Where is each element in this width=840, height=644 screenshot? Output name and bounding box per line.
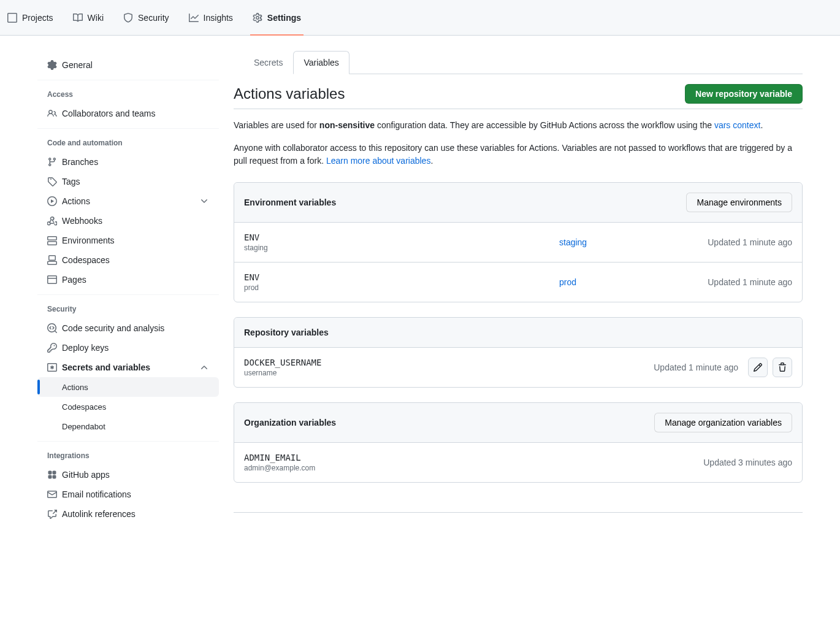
webhook-icon xyxy=(47,216,57,226)
variable-value: staging xyxy=(244,243,559,252)
sidebar-pages[interactable]: Pages xyxy=(37,270,219,289)
sidebar-access-heading: Access xyxy=(37,85,219,104)
nav-security-label: Security xyxy=(138,13,169,23)
nav-insights-label: Insights xyxy=(204,13,233,23)
repo-topnav: Projects Wiki Security Insights Settings xyxy=(0,0,840,36)
sidebar-deploy-keys[interactable]: Deploy keys xyxy=(37,338,219,358)
secrets-variables-tabs: Secrets Variables xyxy=(243,50,803,74)
repo-panel-title: Repository variables xyxy=(244,328,329,337)
sidebar-autolink-label: Autolink references xyxy=(62,509,136,519)
sidebar-sub-codespaces[interactable]: Codespaces xyxy=(37,397,219,416)
sidebar-code-heading: Code and automation xyxy=(37,134,219,152)
sidebar-collaborators[interactable]: Collaborators and teams xyxy=(37,104,219,123)
manage-org-variables-button[interactable]: Manage organization variables xyxy=(654,413,792,432)
pencil-icon xyxy=(753,362,763,372)
repository-variables-panel: Repository variables DOCKER_USERNAME use… xyxy=(234,317,803,388)
desc-p2b: . xyxy=(430,156,433,166)
environment-link[interactable]: prod xyxy=(559,277,576,287)
server-icon xyxy=(47,236,57,245)
vars-context-link[interactable]: vars context xyxy=(714,120,760,130)
desc-p1a: Variables are used for xyxy=(234,120,319,130)
nav-settings[interactable]: Settings xyxy=(245,0,308,35)
nav-wiki-label: Wiki xyxy=(88,13,104,23)
sidebar-webhooks-label: Webhooks xyxy=(62,216,102,226)
gear-icon xyxy=(253,13,262,23)
variable-name: ADMIN_EMAIL xyxy=(244,453,518,462)
organization-variables-panel: Organization variables Manage organizati… xyxy=(234,402,803,483)
edit-variable-button[interactable] xyxy=(748,358,768,377)
sidebar-collaborators-label: Collaborators and teams xyxy=(62,109,156,118)
environment-variables-panel: Environment variables Manage environment… xyxy=(234,182,803,302)
sidebar-pages-label: Pages xyxy=(62,275,86,285)
sidebar-email-notifications-label: Email notifications xyxy=(62,489,131,499)
sidebar-deploy-keys-label: Deploy keys xyxy=(62,343,109,353)
env-panel-title: Environment variables xyxy=(244,197,336,207)
sidebar-autolink[interactable]: Autolink references xyxy=(37,504,219,524)
browser-icon xyxy=(47,275,57,285)
sidebar-general-label: General xyxy=(62,60,93,70)
sidebar-secrets-variables-label: Secrets and variables xyxy=(62,362,150,372)
sidebar-actions-label: Actions xyxy=(62,196,90,206)
variable-updated: Updated 1 minute ago xyxy=(670,277,792,287)
sidebar-actions[interactable]: Actions xyxy=(37,191,219,211)
variable-value: admin@example.com xyxy=(244,464,518,472)
desc-p2a: Anyone with collaborator access to this … xyxy=(234,143,792,166)
env-variable-row: ENV staging staging Updated 1 minute ago xyxy=(234,223,802,263)
repo-variable-row: DOCKER_USERNAME username Updated 1 minut… xyxy=(234,348,802,387)
variable-value: prod xyxy=(244,283,559,292)
variable-updated: Updated 1 minute ago xyxy=(670,237,792,247)
sidebar-sub-codespaces-label: Codespaces xyxy=(62,402,106,412)
page-title: Actions variables xyxy=(234,85,345,102)
new-repository-variable-button[interactable]: New repository variable xyxy=(685,84,803,104)
book-icon xyxy=(73,13,83,23)
sidebar-environments[interactable]: Environments xyxy=(37,231,219,250)
variable-value: username xyxy=(244,369,491,377)
variable-updated: Updated 3 minutes ago xyxy=(518,458,792,467)
cross-reference-icon xyxy=(47,509,57,519)
nav-security[interactable]: Security xyxy=(116,0,177,35)
key-icon xyxy=(47,343,57,353)
nav-insights[interactable]: Insights xyxy=(181,0,240,35)
codespaces-icon xyxy=(47,255,57,265)
sidebar-github-apps[interactable]: GitHub apps xyxy=(37,465,219,485)
nav-settings-label: Settings xyxy=(267,13,301,23)
sidebar-secrets-variables[interactable]: Secrets and variables xyxy=(37,358,219,377)
tab-variables[interactable]: Variables xyxy=(293,51,349,74)
sidebar-branches-label: Branches xyxy=(62,157,98,167)
people-icon xyxy=(47,109,57,118)
sidebar-sub-dependabot[interactable]: Dependabot xyxy=(37,416,219,436)
footer-separator xyxy=(234,512,803,513)
trash-icon xyxy=(777,362,787,372)
environment-link[interactable]: staging xyxy=(559,237,587,247)
org-panel-title: Organization variables xyxy=(244,418,336,427)
key-asterisk-icon xyxy=(47,362,57,372)
sidebar-sub-actions[interactable]: Actions xyxy=(37,377,219,397)
sidebar-sub-dependabot-label: Dependabot xyxy=(62,422,105,431)
learn-more-link[interactable]: Learn more about variables xyxy=(326,156,430,166)
main-content: Secrets Variables Actions variables New … xyxy=(234,50,803,529)
desc-p1b: non-sensitive xyxy=(319,120,375,130)
tab-secrets[interactable]: Secrets xyxy=(243,51,293,74)
env-variable-row: ENV prod prod Updated 1 minute ago xyxy=(234,263,802,302)
sidebar-branches[interactable]: Branches xyxy=(37,152,219,172)
sidebar-tags-label: Tags xyxy=(62,177,80,186)
sidebar-tags[interactable]: Tags xyxy=(37,172,219,191)
manage-environments-button[interactable]: Manage environments xyxy=(686,193,792,212)
sidebar-environments-label: Environments xyxy=(62,236,115,245)
sidebar-email-notifications[interactable]: Email notifications xyxy=(37,485,219,504)
sidebar-code-security[interactable]: Code security and analysis xyxy=(37,318,219,338)
desc-p1c: configuration data. They are accessible … xyxy=(375,120,714,130)
tag-icon xyxy=(47,177,57,186)
nav-wiki[interactable]: Wiki xyxy=(66,0,111,35)
codescan-icon xyxy=(47,323,57,333)
delete-variable-button[interactable] xyxy=(773,358,792,377)
sidebar-codespaces[interactable]: Codespaces xyxy=(37,250,219,270)
nav-projects[interactable]: Projects xyxy=(0,0,61,35)
settings-sidebar: General Access Collaborators and teams C… xyxy=(37,50,219,529)
table-icon xyxy=(7,13,17,23)
sidebar-general[interactable]: General xyxy=(37,55,219,75)
sidebar-webhooks[interactable]: Webhooks xyxy=(37,211,219,231)
chevron-up-icon xyxy=(199,362,209,372)
org-variable-row: ADMIN_EMAIL admin@example.com Updated 3 … xyxy=(234,443,802,482)
variable-name: DOCKER_USERNAME xyxy=(244,358,491,367)
